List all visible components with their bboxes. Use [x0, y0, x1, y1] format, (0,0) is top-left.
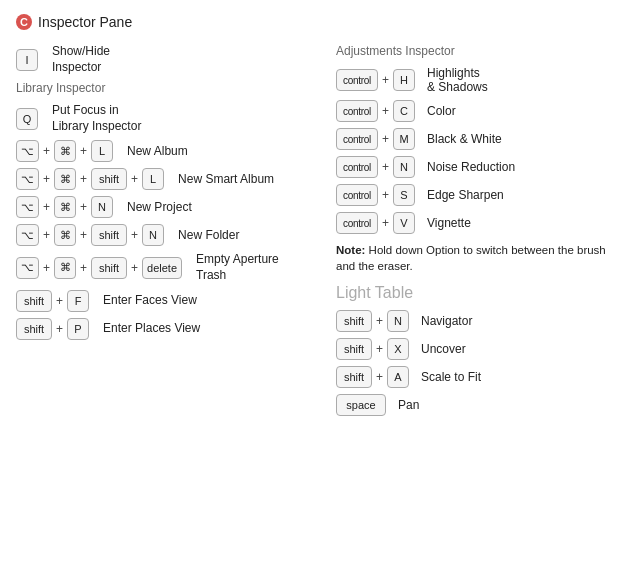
note: Note: Hold down Option to switch between… [336, 242, 625, 274]
main-layout: I Show/HideInspector Library Inspector Q… [16, 44, 625, 422]
desc-new-folder: New Folder [178, 228, 239, 244]
keys-opt-cmd-shift-del: ⌥ + ⌘ + shift + delete [16, 257, 182, 279]
desc-new-smart-album: New Smart Album [178, 172, 274, 188]
keys-shift-p: shift + P [16, 318, 89, 340]
key-p: P [67, 318, 89, 340]
key-cmd2: ⌘ [54, 168, 76, 190]
shortcut-empty-trash: ⌥ + ⌘ + shift + delete Empty ApertureTra… [16, 252, 316, 283]
desc-color: Color [427, 104, 456, 118]
shortcut-highlights: control + H Highlights& Shadows [336, 66, 625, 94]
key-c: C [393, 100, 415, 122]
keys-ctrl-m: control + M [336, 128, 415, 150]
shortcut-color: control + C Color [336, 100, 625, 122]
key-i: I [16, 49, 38, 71]
right-column: Adjustments Inspector control + H Highli… [326, 44, 625, 422]
key-cmd: ⌘ [54, 140, 76, 162]
key-control6: control [336, 212, 378, 234]
key-opt4: ⌥ [16, 224, 39, 246]
keys-ctrl-c: control + C [336, 100, 415, 122]
key-cmd4: ⌘ [54, 224, 76, 246]
page-title: Inspector Pane [38, 14, 132, 30]
shortcut-q: Q Put Focus inLibrary Inspector [16, 103, 316, 134]
desc-pan: Pan [398, 398, 419, 412]
keys-opt-cmd-shift-n: ⌥ + ⌘ + shift + N [16, 224, 164, 246]
key-shift8: shift [336, 366, 372, 388]
desc-edge: Edge Sharpen [427, 188, 504, 202]
key-opt3: ⌥ [16, 196, 39, 218]
shortcut-new-smart-album: ⌥ + ⌘ + shift + L New Smart Album [16, 168, 316, 190]
desc-q: Put Focus inLibrary Inspector [52, 103, 141, 134]
shortcut-new-folder: ⌥ + ⌘ + shift + N New Folder [16, 224, 316, 246]
key-control1: control [336, 69, 378, 91]
desc-scale: Scale to Fit [421, 370, 481, 384]
shortcut-navigator: shift + N Navigator [336, 310, 625, 332]
shortcut-places: shift + P Enter Places View [16, 318, 316, 340]
key-n4: N [387, 310, 409, 332]
keys-opt-cmd-n: ⌥ + ⌘ + N [16, 196, 113, 218]
header: C Inspector Pane [16, 14, 625, 30]
key-delete: delete [142, 257, 182, 279]
key-n2: N [142, 224, 164, 246]
key-x: X [387, 338, 409, 360]
key-n: N [91, 196, 113, 218]
keys-q: Q [16, 108, 38, 130]
keys-space: space [336, 394, 386, 416]
shortcut-faces: shift + F Enter Faces View [16, 290, 316, 312]
key-space: space [336, 394, 386, 416]
desc-faces: Enter Faces View [103, 293, 197, 309]
desc-vignette: Vignette [427, 216, 471, 230]
shortcut-edge: control + S Edge Sharpen [336, 184, 625, 206]
key-shift3: shift [91, 257, 127, 279]
key-opt5: ⌥ [16, 257, 39, 279]
keys-shift-x: shift + X [336, 338, 409, 360]
keys-ctrl-h: control + H [336, 69, 415, 91]
shortcut-new-project: ⌥ + ⌘ + N New Project [16, 196, 316, 218]
badge-icon: C [16, 14, 32, 30]
key-l2: L [142, 168, 164, 190]
key-opt: ⌥ [16, 140, 39, 162]
desc-bw: Black & White [427, 132, 502, 146]
key-n3: N [393, 156, 415, 178]
key-h: H [393, 69, 415, 91]
keys-shift-f: shift + F [16, 290, 89, 312]
key-s: S [393, 184, 415, 206]
key-cmd5: ⌘ [54, 257, 76, 279]
keys-ctrl-v: control + V [336, 212, 415, 234]
key-shift6: shift [336, 310, 372, 332]
key-shift2: shift [91, 224, 127, 246]
desc-new-album: New Album [127, 144, 188, 160]
light-table-title: Light Table [336, 284, 625, 302]
desc-empty-trash: Empty ApertureTrash [196, 252, 279, 283]
shortcut-scale: shift + A Scale to Fit [336, 366, 625, 388]
key-v: V [393, 212, 415, 234]
key-shift: shift [91, 168, 127, 190]
key-q: Q [16, 108, 38, 130]
keys-shift-a: shift + A [336, 366, 409, 388]
shortcut-uncover: shift + X Uncover [336, 338, 625, 360]
desc-uncover: Uncover [421, 342, 466, 356]
desc-places: Enter Places View [103, 321, 200, 337]
key-shift5: shift [16, 318, 52, 340]
shortcut-noise: control + N Noise Reduction [336, 156, 625, 178]
key-shift7: shift [336, 338, 372, 360]
key-cmd3: ⌘ [54, 196, 76, 218]
key-m: M [393, 128, 415, 150]
keys-ctrl-n: control + N [336, 156, 415, 178]
shortcut-bw: control + M Black & White [336, 128, 625, 150]
keys-i: I [16, 49, 38, 71]
left-column: I Show/HideInspector Library Inspector Q… [16, 44, 326, 422]
desc-navigator: Navigator [421, 314, 472, 328]
key-opt2: ⌥ [16, 168, 39, 190]
keys-opt-cmd-l: ⌥ + ⌘ + L [16, 140, 113, 162]
keys-shift-n: shift + N [336, 310, 409, 332]
desc-show-hide: Show/HideInspector [52, 44, 110, 75]
adj-section-title: Adjustments Inspector [336, 44, 625, 58]
key-control2: control [336, 100, 378, 122]
desc-new-project: New Project [127, 200, 192, 216]
desc-highlights: Highlights& Shadows [427, 66, 488, 94]
key-shift4: shift [16, 290, 52, 312]
key-a: A [387, 366, 409, 388]
keys-opt-cmd-shift-l: ⌥ + ⌘ + shift + L [16, 168, 164, 190]
key-control3: control [336, 128, 378, 150]
key-f: F [67, 290, 89, 312]
